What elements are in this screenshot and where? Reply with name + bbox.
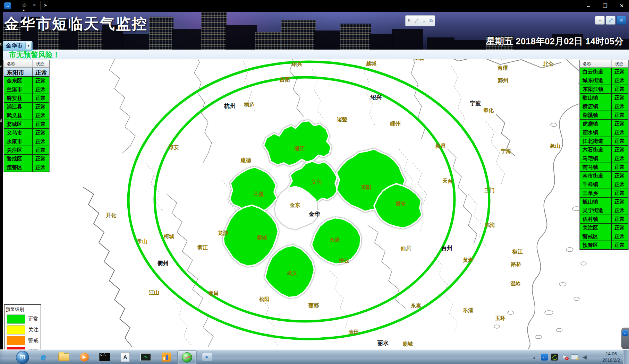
teamviewer-icon[interactable]: ↔ xyxy=(4,2,11,9)
network-warning-icon[interactable]: ⚠ xyxy=(571,354,578,360)
close-button[interactable]: ✕ xyxy=(618,2,626,10)
table-row[interactable]: 义乌市正常 xyxy=(4,129,49,137)
table-row[interactable]: 六石街道正常 xyxy=(580,146,628,154)
cell-status: 正常 xyxy=(612,154,628,163)
teamviewer-icon[interactable]: ↔ xyxy=(541,354,548,361)
table-row[interactable]: 警戒区正常 xyxy=(4,155,49,163)
table-row[interactable]: 警戒区正常 xyxy=(580,232,628,241)
hidden-icons-arrow[interactable]: ▴ xyxy=(531,355,538,360)
taskbar-app-internet-explorer[interactable]: e xyxy=(34,350,53,364)
table-row[interactable]: 巍山镇正常 xyxy=(580,198,628,206)
table-row[interactable]: 武义县正常 xyxy=(4,111,49,120)
table-row[interactable]: 千祥镇正常 xyxy=(580,180,628,189)
taskbar-app-command-prompt[interactable]: C:\_ xyxy=(95,350,114,364)
taskbar-app-media-player[interactable]: ▶ xyxy=(75,350,94,364)
background-glyph: B xyxy=(0,42,2,46)
map-label: 临海 xyxy=(485,222,495,228)
teamviewer-icon: ↔ xyxy=(622,330,628,336)
column-header-status[interactable]: 状态 xyxy=(612,60,628,67)
cell-name: 武义县 xyxy=(4,111,33,120)
column-header-name[interactable]: 名称 xyxy=(580,60,612,67)
legend-label: 正常 xyxy=(28,316,39,322)
chevron-down-icon[interactable]: ▼ xyxy=(25,42,32,50)
table-body: 白云街道正常城东街道正常东阳江镇正常歌山镇正常横店镇正常湖溪镇正常虎鹿镇正常画水… xyxy=(580,68,628,250)
table-row[interactable]: 湖溪镇正常 xyxy=(580,111,628,120)
table-row[interactable]: 画水镇正常 xyxy=(580,128,628,137)
show-desktop-button[interactable] xyxy=(623,350,629,364)
cell-status: 正常 xyxy=(33,111,49,120)
table-row[interactable]: 东阳市正常 xyxy=(4,68,49,77)
table-row[interactable]: 浦江县正常 xyxy=(4,103,49,111)
forward-icon[interactable]: ➤ xyxy=(44,3,47,8)
column-header-status[interactable]: 状态 xyxy=(33,60,49,67)
map-label: 椒江 xyxy=(512,249,523,255)
cell-status: 正常 xyxy=(612,94,628,102)
table-row[interactable]: 关注区正常 xyxy=(4,146,49,155)
cell-name: 警戒区 xyxy=(580,232,612,241)
table-row[interactable]: 南市街道正常 xyxy=(580,172,628,180)
table-row[interactable]: 婺城区正常 xyxy=(4,120,49,129)
close-tab-icon[interactable]: ✕ xyxy=(33,3,36,8)
monitor-icon[interactable]: ⧉ xyxy=(430,18,433,24)
taskbar-app-weather-map-app[interactable] xyxy=(177,350,197,364)
cell-status: 正常 xyxy=(612,76,628,85)
start-button[interactable]: ⊞ xyxy=(16,351,29,364)
table-row[interactable]: 横店镇正常 xyxy=(580,102,628,111)
table-row[interactable]: 永康市正常 xyxy=(4,137,49,146)
resize-icon[interactable]: ⤢ xyxy=(415,18,418,24)
minimize-button[interactable]: – xyxy=(585,2,592,10)
nvidia-icon[interactable] xyxy=(551,354,558,361)
taskbar-app-system-monitor[interactable]: ∿ xyxy=(136,350,155,364)
table-row[interactable]: 吴宁街道正常 xyxy=(580,206,628,215)
table-row[interactable]: 预警区正常 xyxy=(580,241,628,250)
map-label: 婺城 xyxy=(257,234,267,241)
table-row[interactable]: 江北街道正常 xyxy=(580,137,628,146)
table-row[interactable]: 东阳江镇正常 xyxy=(580,85,628,94)
city-selector-dropdown[interactable]: 金华市 ▼ xyxy=(3,41,33,51)
cell-name: 江北街道 xyxy=(580,137,612,145)
app-close-button[interactable]: ✕ xyxy=(617,16,626,25)
taskbar-app-windows-explorer[interactable] xyxy=(54,350,73,364)
table-row[interactable]: 白云街道正常 xyxy=(580,68,628,76)
folder-icon xyxy=(58,353,69,361)
taskbar-clock[interactable]: 14:06 2018/2/2 xyxy=(602,351,620,363)
map-label: 路桥 xyxy=(511,261,521,268)
table-row[interactable]: 虎鹿镇正常 xyxy=(580,120,628,128)
maximize-button[interactable]: ❐ xyxy=(601,2,609,10)
taskbar-app-media-app[interactable]: ▶ xyxy=(198,350,216,364)
table-row[interactable]: 歌山镇正常 xyxy=(580,94,628,102)
speaker-icon[interactable]: ◀) xyxy=(581,354,588,360)
action-center-flag-icon[interactable]: ⚑✕ xyxy=(561,355,568,360)
map-label: 莲都 xyxy=(308,302,319,309)
grid-icon[interactable]: ⠿ xyxy=(407,18,411,24)
map-label: 玉环 xyxy=(495,315,505,322)
app-resize-icon[interactable]: ⤢ xyxy=(606,16,615,25)
app-minimize-button[interactable]: − xyxy=(595,16,605,25)
column-header-name[interactable]: 名称 xyxy=(4,60,33,67)
table-row[interactable]: 磐安县正常 xyxy=(4,94,49,103)
teamviewer-side-handle[interactable]: ↔ xyxy=(621,328,629,349)
taskbar-app-font-viewer[interactable]: A xyxy=(116,350,135,364)
remote-session-toolbar[interactable]: ⠿ ⤢ ⌄ ⧉ xyxy=(405,15,435,26)
table-row[interactable]: 马宅镇正常 xyxy=(580,154,628,163)
table-row[interactable]: 预警区正常 xyxy=(4,163,49,172)
map-label: 绍兴 xyxy=(292,61,302,68)
table-row[interactable]: 金东区正常 xyxy=(4,77,49,85)
chevron-down-icon[interactable]: ⌄ xyxy=(422,18,426,24)
table-row[interactable]: 关注区正常 xyxy=(580,224,628,232)
map-label: 磐安 xyxy=(396,201,406,207)
cell-status: 正常 xyxy=(33,120,49,128)
map-label: 三门 xyxy=(484,187,495,194)
star-icon[interactable]: ☆ xyxy=(22,2,27,9)
taskbar-app-chart-app[interactable] xyxy=(157,350,176,364)
app-header: 金华市短临天气监控 星期五 2018年02月02日 14时05分 − ⤢ ✕ ⠿… xyxy=(0,12,629,50)
table-row[interactable]: 南马镇正常 xyxy=(580,163,628,172)
map-label: 武义 xyxy=(287,270,297,277)
table-row[interactable]: 兰溪市正常 xyxy=(4,85,49,94)
table-row[interactable]: 佐村镇正常 xyxy=(580,215,628,224)
map-label: 嵊州 xyxy=(390,121,401,127)
cell-name: 三单乡 xyxy=(580,189,612,197)
table-row[interactable]: 城东街道正常 xyxy=(580,76,628,85)
skyline-building xyxy=(340,24,371,50)
table-row[interactable]: 三单乡正常 xyxy=(580,189,628,198)
